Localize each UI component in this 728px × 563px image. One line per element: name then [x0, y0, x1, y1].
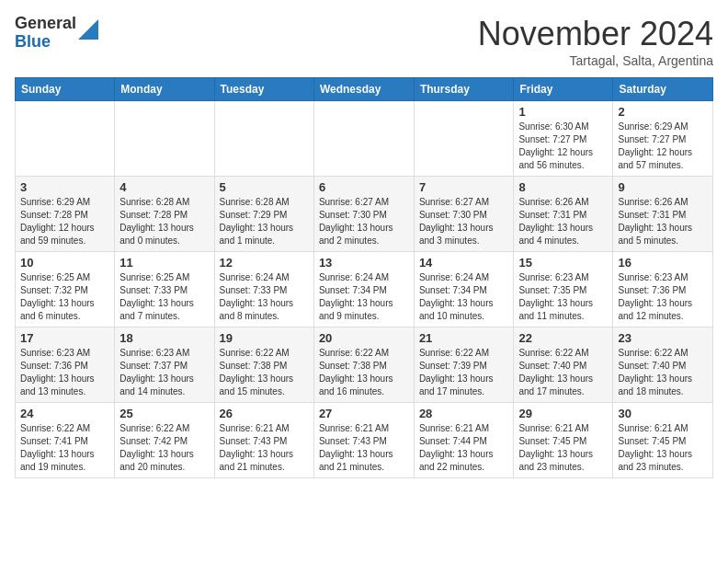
- sunset-text: Sunset: 7:45 PM: [518, 436, 586, 446]
- sunset-text: Sunset: 7:33 PM: [119, 285, 188, 295]
- day-number: 13: [319, 256, 409, 270]
- cell-content: Sunrise: 6:21 AMSunset: 7:43 PMDaylight:…: [319, 422, 409, 474]
- daylight-text: Daylight: 13 hours and 10 minutes.: [419, 298, 494, 321]
- weekday-header-saturday: Saturday: [613, 78, 713, 101]
- weekday-header-row: SundayMondayTuesdayWednesdayThursdayFrid…: [16, 78, 713, 101]
- sunrise-text: Sunrise: 6:27 AM: [419, 197, 489, 207]
- day-number: 2: [618, 105, 708, 119]
- daylight-text: Daylight: 13 hours and 23 minutes.: [618, 449, 692, 472]
- sunrise-text: Sunrise: 6:29 AM: [20, 197, 90, 207]
- calendar-cell: 22Sunrise: 6:22 AMSunset: 7:40 PMDayligh…: [514, 327, 613, 403]
- sunrise-text: Sunrise: 6:23 AM: [20, 348, 90, 358]
- sunset-text: Sunset: 7:31 PM: [518, 210, 586, 220]
- calendar-cell: 3Sunrise: 6:29 AMSunset: 7:28 PMDaylight…: [16, 177, 115, 252]
- sunrise-text: Sunrise: 6:22 AM: [220, 348, 290, 358]
- daylight-text: Daylight: 12 hours and 57 minutes.: [618, 147, 692, 170]
- sunrise-text: Sunrise: 6:22 AM: [119, 423, 189, 433]
- cell-content: Sunrise: 6:29 AMSunset: 7:28 PMDaylight:…: [20, 196, 109, 247]
- sunrise-text: Sunrise: 6:23 AM: [518, 272, 588, 282]
- sunrise-text: Sunrise: 6:24 AM: [220, 272, 290, 282]
- day-number: 16: [618, 256, 708, 270]
- calendar-cell: 29Sunrise: 6:21 AMSunset: 7:45 PMDayligh…: [514, 403, 613, 478]
- sunset-text: Sunset: 7:29 PM: [220, 210, 288, 220]
- daylight-text: Daylight: 13 hours and 8 minutes.: [220, 298, 294, 321]
- calendar-cell: [313, 101, 414, 177]
- sunset-text: Sunset: 7:28 PM: [119, 210, 188, 220]
- calendar-cell: 23Sunrise: 6:22 AMSunset: 7:40 PMDayligh…: [613, 327, 713, 403]
- sunset-text: Sunset: 7:44 PM: [419, 436, 487, 446]
- daylight-text: Daylight: 13 hours and 18 minutes.: [618, 373, 692, 396]
- day-number: 8: [518, 180, 608, 194]
- daylight-text: Daylight: 13 hours and 21 minutes.: [220, 449, 294, 472]
- calendar-cell: 9Sunrise: 6:26 AMSunset: 7:31 PMDaylight…: [613, 177, 713, 252]
- day-number: 6: [319, 180, 409, 194]
- weekday-header-tuesday: Tuesday: [214, 78, 313, 101]
- calendar-cell: 2Sunrise: 6:29 AMSunset: 7:27 PMDaylight…: [613, 101, 713, 177]
- calendar-cell: 16Sunrise: 6:23 AMSunset: 7:36 PMDayligh…: [613, 252, 713, 327]
- daylight-text: Daylight: 13 hours and 3 minutes.: [419, 223, 494, 246]
- daylight-text: Daylight: 12 hours and 59 minutes.: [20, 223, 95, 246]
- daylight-text: Daylight: 12 hours and 56 minutes.: [518, 147, 593, 170]
- cell-content: Sunrise: 6:22 AMSunset: 7:40 PMDaylight:…: [618, 347, 708, 398]
- sunset-text: Sunset: 7:38 PM: [319, 361, 387, 371]
- day-number: 9: [618, 180, 708, 194]
- daylight-text: Daylight: 13 hours and 17 minutes.: [419, 373, 494, 396]
- daylight-text: Daylight: 13 hours and 4 minutes.: [518, 223, 593, 246]
- calendar-cell: 26Sunrise: 6:21 AMSunset: 7:43 PMDayligh…: [214, 403, 313, 478]
- calendar-cell: 20Sunrise: 6:22 AMSunset: 7:38 PMDayligh…: [313, 327, 414, 403]
- cell-content: Sunrise: 6:21 AMSunset: 7:43 PMDaylight:…: [220, 422, 309, 474]
- day-number: 7: [419, 180, 509, 194]
- day-number: 21: [419, 331, 509, 345]
- cell-content: Sunrise: 6:28 AMSunset: 7:29 PMDaylight:…: [220, 196, 309, 247]
- sunset-text: Sunset: 7:30 PM: [319, 210, 387, 220]
- calendar-week-3: 10Sunrise: 6:25 AMSunset: 7:32 PMDayligh…: [16, 252, 713, 327]
- sunrise-text: Sunrise: 6:22 AM: [518, 348, 588, 358]
- day-number: 17: [20, 331, 109, 345]
- sunrise-text: Sunrise: 6:27 AM: [319, 197, 389, 207]
- sunset-text: Sunset: 7:36 PM: [618, 285, 686, 295]
- calendar-cell: [115, 101, 214, 177]
- day-number: 30: [618, 407, 708, 420]
- calendar-week-4: 17Sunrise: 6:23 AMSunset: 7:36 PMDayligh…: [16, 327, 713, 403]
- sunset-text: Sunset: 7:27 PM: [618, 134, 686, 144]
- daylight-text: Daylight: 13 hours and 23 minutes.: [518, 449, 593, 472]
- day-number: 26: [220, 407, 309, 420]
- day-number: 15: [518, 256, 608, 270]
- daylight-text: Daylight: 13 hours and 2 minutes.: [319, 223, 393, 246]
- calendar-cell: 25Sunrise: 6:22 AMSunset: 7:42 PMDayligh…: [115, 403, 214, 478]
- sunset-text: Sunset: 7:28 PM: [20, 210, 88, 220]
- calendar-week-5: 24Sunrise: 6:22 AMSunset: 7:41 PMDayligh…: [16, 403, 713, 478]
- sunset-text: Sunset: 7:40 PM: [518, 361, 586, 371]
- sunset-text: Sunset: 7:39 PM: [419, 361, 487, 371]
- cell-content: Sunrise: 6:27 AMSunset: 7:30 PMDaylight:…: [419, 196, 509, 247]
- daylight-text: Daylight: 13 hours and 16 minutes.: [319, 373, 393, 396]
- day-number: 4: [119, 180, 209, 194]
- day-number: 18: [119, 331, 209, 345]
- cell-content: Sunrise: 6:21 AMSunset: 7:45 PMDaylight:…: [518, 422, 608, 474]
- sunrise-text: Sunrise: 6:22 AM: [20, 423, 90, 433]
- calendar-cell: [414, 101, 514, 177]
- sunset-text: Sunset: 7:37 PM: [119, 361, 188, 371]
- calendar-cell: 6Sunrise: 6:27 AMSunset: 7:30 PMDaylight…: [313, 177, 414, 252]
- daylight-text: Daylight: 13 hours and 7 minutes.: [119, 298, 194, 321]
- sunrise-text: Sunrise: 6:22 AM: [618, 348, 688, 358]
- day-number: 19: [220, 331, 309, 345]
- day-number: 22: [518, 331, 608, 345]
- calendar-cell: 19Sunrise: 6:22 AMSunset: 7:38 PMDayligh…: [214, 327, 313, 403]
- sunrise-text: Sunrise: 6:26 AM: [618, 197, 688, 207]
- cell-content: Sunrise: 6:26 AMSunset: 7:31 PMDaylight:…: [618, 196, 708, 247]
- weekday-header-thursday: Thursday: [414, 78, 514, 101]
- calendar-cell: 21Sunrise: 6:22 AMSunset: 7:39 PMDayligh…: [414, 327, 514, 403]
- sunset-text: Sunset: 7:36 PM: [20, 361, 88, 371]
- day-number: 12: [220, 256, 309, 270]
- sunrise-text: Sunrise: 6:29 AM: [618, 121, 688, 132]
- cell-content: Sunrise: 6:26 AMSunset: 7:31 PMDaylight:…: [518, 196, 608, 247]
- sunrise-text: Sunrise: 6:25 AM: [119, 272, 189, 282]
- sunset-text: Sunset: 7:40 PM: [618, 361, 686, 371]
- cell-content: Sunrise: 6:21 AMSunset: 7:45 PMDaylight:…: [618, 422, 708, 474]
- sunrise-text: Sunrise: 6:22 AM: [419, 348, 489, 358]
- day-number: 27: [319, 407, 409, 420]
- cell-content: Sunrise: 6:23 AMSunset: 7:36 PMDaylight:…: [618, 271, 708, 323]
- calendar-cell: 28Sunrise: 6:21 AMSunset: 7:44 PMDayligh…: [414, 403, 514, 478]
- day-number: 3: [20, 180, 109, 194]
